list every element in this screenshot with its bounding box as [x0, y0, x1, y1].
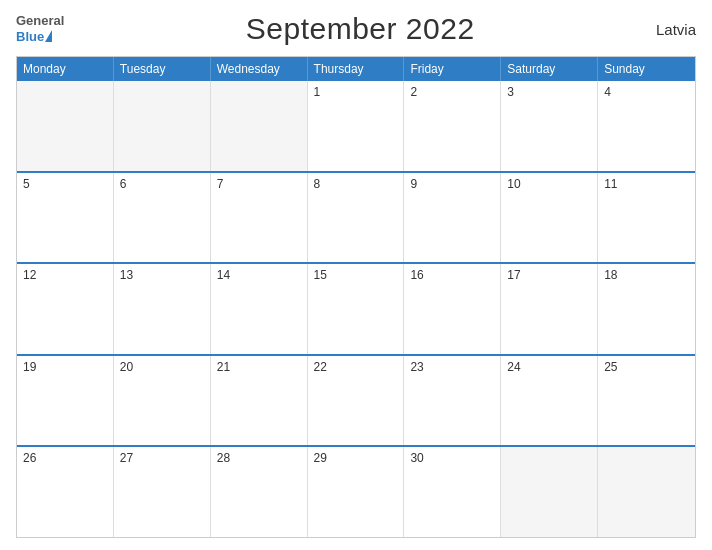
day-cell	[114, 81, 211, 171]
day-cell	[211, 81, 308, 171]
logo-triangle-icon	[45, 30, 52, 42]
day-cell: 24	[501, 356, 598, 446]
day-cell: 5	[17, 173, 114, 263]
day-cell	[501, 447, 598, 537]
day-cell: 14	[211, 264, 308, 354]
week-row-4: 19 20 21 22 23 24 25	[17, 354, 695, 446]
day-cell: 28	[211, 447, 308, 537]
day-cell: 3	[501, 81, 598, 171]
header-sunday: Sunday	[598, 57, 695, 81]
calendar-title: September 2022	[246, 12, 475, 46]
day-cell: 26	[17, 447, 114, 537]
day-cell: 19	[17, 356, 114, 446]
day-headers-row: Monday Tuesday Wednesday Thursday Friday…	[17, 57, 695, 81]
calendar-grid: Monday Tuesday Wednesday Thursday Friday…	[16, 56, 696, 538]
logo-general-text: General	[16, 13, 64, 29]
day-cell: 8	[308, 173, 405, 263]
day-cell: 18	[598, 264, 695, 354]
day-cell: 1	[308, 81, 405, 171]
day-cell: 12	[17, 264, 114, 354]
day-cell: 9	[404, 173, 501, 263]
calendar-header: General Blue September 2022 Latvia	[16, 12, 696, 46]
week-row-1: 1 2 3 4	[17, 81, 695, 171]
day-cell: 15	[308, 264, 405, 354]
day-cell: 29	[308, 447, 405, 537]
day-cell: 27	[114, 447, 211, 537]
header-thursday: Thursday	[308, 57, 405, 81]
day-cell: 25	[598, 356, 695, 446]
day-cell: 7	[211, 173, 308, 263]
day-cell	[598, 447, 695, 537]
week-row-3: 12 13 14 15 16 17 18	[17, 262, 695, 354]
day-cell: 22	[308, 356, 405, 446]
logo: General Blue	[16, 13, 64, 44]
day-cell: 20	[114, 356, 211, 446]
week-row-2: 5 6 7 8 9 10 11	[17, 171, 695, 263]
header-monday: Monday	[17, 57, 114, 81]
header-tuesday: Tuesday	[114, 57, 211, 81]
week-row-5: 26 27 28 29 30	[17, 445, 695, 537]
day-cell: 23	[404, 356, 501, 446]
day-cell: 4	[598, 81, 695, 171]
day-cell: 11	[598, 173, 695, 263]
calendar-weeks: 1 2 3 4 5 6 7 8 9 10 11 12 13 14 15 16	[17, 81, 695, 537]
day-cell: 21	[211, 356, 308, 446]
header-friday: Friday	[404, 57, 501, 81]
header-saturday: Saturday	[501, 57, 598, 81]
day-cell: 13	[114, 264, 211, 354]
day-cell: 30	[404, 447, 501, 537]
calendar-page: General Blue September 2022 Latvia Monda…	[0, 0, 712, 550]
day-cell: 2	[404, 81, 501, 171]
day-cell: 10	[501, 173, 598, 263]
day-cell: 6	[114, 173, 211, 263]
day-cell	[17, 81, 114, 171]
day-cell: 16	[404, 264, 501, 354]
country-label: Latvia	[656, 21, 696, 38]
day-cell: 17	[501, 264, 598, 354]
logo-blue-text: Blue	[16, 29, 44, 45]
header-wednesday: Wednesday	[211, 57, 308, 81]
